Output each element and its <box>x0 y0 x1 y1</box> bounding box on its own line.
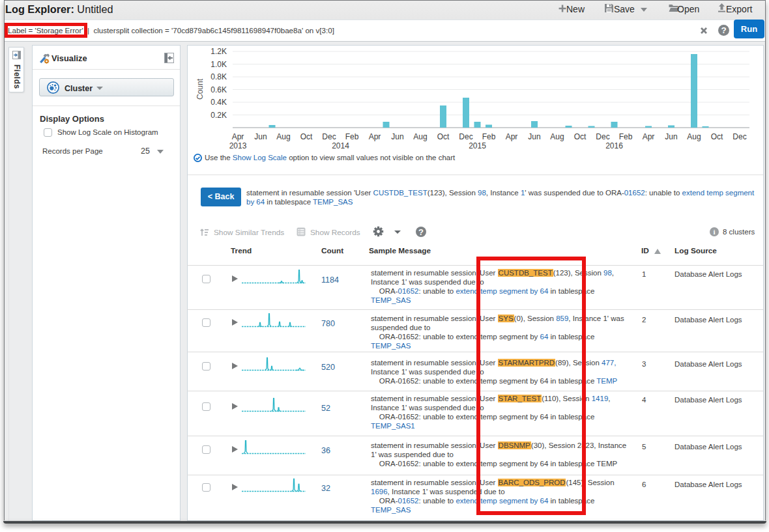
svg-text:Count: Count <box>196 78 205 100</box>
svg-text:1.2K: 1.2K <box>210 47 227 56</box>
svg-text:Jun: Jun <box>528 132 540 141</box>
svg-text:i: i <box>713 228 715 236</box>
svg-text:Apr: Apr <box>506 132 518 141</box>
svg-text:Feb: Feb <box>345 132 359 141</box>
svg-text:?: ? <box>721 25 726 35</box>
svg-text:Aug: Aug <box>687 132 701 141</box>
svg-text:Feb: Feb <box>619 132 633 141</box>
svg-text:Apr: Apr <box>232 132 244 141</box>
svg-text:Aug: Aug <box>276 132 290 141</box>
svg-text:Dec: Dec <box>322 132 336 141</box>
svg-text:0.4K: 0.4K <box>210 98 227 107</box>
svg-text:Jun: Jun <box>665 132 677 141</box>
svg-text:2013: 2013 <box>229 141 247 150</box>
svg-text:Jun: Jun <box>254 132 267 141</box>
svg-text:Aug: Aug <box>550 132 564 141</box>
svg-text:0.6K: 0.6K <box>210 85 227 94</box>
svg-text:Feb: Feb <box>482 132 496 141</box>
svg-text:0.2K: 0.2K <box>210 111 227 120</box>
svg-text:Oct: Oct <box>300 132 313 141</box>
svg-text:2014: 2014 <box>332 141 349 150</box>
svg-text:2016: 2016 <box>605 141 623 150</box>
svg-text:Dec: Dec <box>459 132 472 141</box>
svg-text:Dec: Dec <box>596 132 609 141</box>
svg-text:Oct: Oct <box>437 132 450 141</box>
svg-text:Jun: Jun <box>391 132 403 141</box>
svg-text:Aug: Aug <box>413 132 427 141</box>
svg-text:Apr: Apr <box>369 132 381 141</box>
svg-text:Oct: Oct <box>574 132 587 141</box>
svg-text:0.8K: 0.8K <box>210 72 227 81</box>
svg-text:Dec: Dec <box>733 132 746 141</box>
svg-text:1.0K: 1.0K <box>210 60 227 69</box>
svg-text:Apr: Apr <box>643 132 655 141</box>
svg-text:2015: 2015 <box>469 141 486 150</box>
svg-text:?: ? <box>418 227 424 237</box>
svg-text:Oct: Oct <box>711 132 723 141</box>
